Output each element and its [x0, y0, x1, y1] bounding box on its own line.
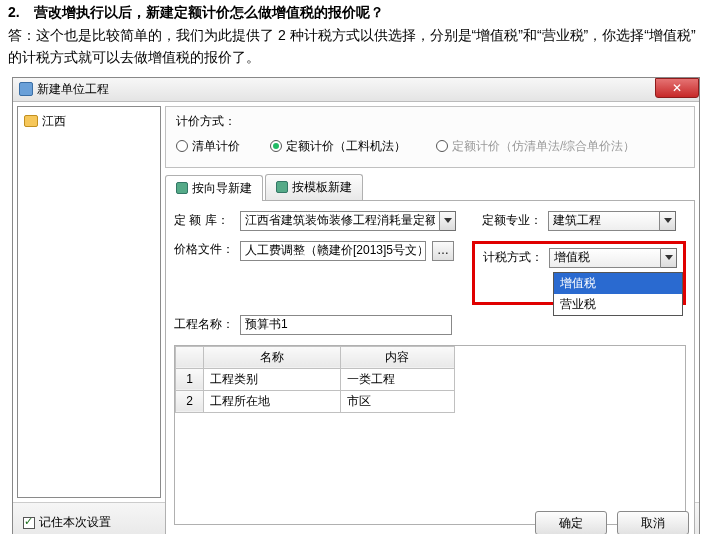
- proj-label: 工程名称：: [174, 316, 234, 333]
- radio-quota-alt-pricing: 定额计价（仿清单法/综合单价法）: [436, 138, 635, 155]
- col-content: 内容: [340, 346, 454, 368]
- radio-label: 定额计价（工料机法）: [286, 138, 406, 155]
- summary-table-wrap: 名称 内容 1 工程类别 一类工程 2 工程所在地 市区: [174, 345, 686, 525]
- tax-dropdown-list[interactable]: 增值税 营业税: [553, 272, 683, 316]
- tax-select[interactable]: [549, 248, 677, 268]
- tree-item-root[interactable]: 江西: [22, 111, 156, 132]
- remember-label: 记住本次设置: [39, 514, 111, 531]
- tax-input[interactable]: [549, 248, 661, 268]
- cell-name[interactable]: 工程类别: [204, 368, 341, 390]
- titlebar[interactable]: 新建单位工程 ✕: [13, 78, 699, 102]
- tab-label: 按向导新建: [192, 180, 252, 197]
- template-icon: [276, 181, 288, 193]
- tax-option-business[interactable]: 营业税: [554, 294, 682, 315]
- lib-input[interactable]: [240, 211, 440, 231]
- radio-label: 清单计价: [192, 138, 240, 155]
- cell-content[interactable]: 市区: [340, 390, 454, 412]
- radio-list-pricing[interactable]: 清单计价: [176, 138, 240, 155]
- answer-text: 答：这个也是比较简单的，我们为此提供了 2 种计税方式以供选择，分别是“增值税”…: [0, 24, 713, 77]
- app-icon: [19, 82, 33, 96]
- remember-checkbox[interactable]: [23, 517, 35, 529]
- spec-select[interactable]: [548, 211, 676, 231]
- main-pane: 计价方式： 清单计价 定额计价（工料机法） 定额计价（仿清单法/综合单价法）: [165, 106, 695, 498]
- folder-icon: [24, 115, 38, 127]
- table-row[interactable]: 1 工程类别 一类工程: [176, 368, 455, 390]
- tab-template[interactable]: 按模板新建: [265, 174, 363, 200]
- price-label: 价格文件：: [174, 241, 234, 258]
- pricing-mode-label: 计价方式：: [176, 114, 236, 128]
- dropdown-arrow-icon[interactable]: [660, 211, 676, 231]
- question-heading: 2. 营改增执行以后，新建定额计价怎么做增值税的报价呢？: [0, 0, 713, 24]
- tree-item-label: 江西: [42, 113, 66, 130]
- dropdown-arrow-icon[interactable]: [661, 248, 677, 268]
- corner-cell: [176, 346, 204, 368]
- tax-highlight: 计税方式： 增值税 营业税: [472, 241, 686, 305]
- tab-wizard[interactable]: 按向导新建: [165, 175, 263, 201]
- dialog-title: 新建单位工程: [37, 81, 109, 98]
- tax-option-vat[interactable]: 增值税: [554, 273, 682, 294]
- cell-content[interactable]: 一类工程: [340, 368, 454, 390]
- summary-table: 名称 内容 1 工程类别 一类工程 2 工程所在地 市区: [175, 346, 455, 413]
- form-area: 定 额 库： 定额专业： 价格文件： …: [165, 201, 695, 534]
- pricing-mode-group: 计价方式： 清单计价 定额计价（工料机法） 定额计价（仿清单法/综合单价法）: [165, 106, 695, 168]
- row-number: 1: [176, 368, 204, 390]
- tab-bar: 按向导新建 按模板新建: [165, 174, 695, 201]
- spec-label: 定额专业：: [482, 212, 542, 229]
- lib-label: 定 额 库：: [174, 212, 234, 229]
- tab-label: 按模板新建: [292, 179, 352, 196]
- ok-button[interactable]: 确定: [535, 511, 607, 534]
- table-header-row: 名称 内容: [176, 346, 455, 368]
- cancel-button[interactable]: 取消: [617, 511, 689, 534]
- lib-select[interactable]: [240, 211, 456, 231]
- radio-icon: [176, 140, 188, 152]
- radio-quota-pricing[interactable]: 定额计价（工料机法）: [270, 138, 406, 155]
- radio-icon: [270, 140, 282, 152]
- tree-pane[interactable]: 江西: [17, 106, 161, 498]
- tax-label: 计税方式：: [483, 249, 543, 266]
- proj-input[interactable]: [240, 315, 452, 335]
- price-input[interactable]: [240, 241, 426, 261]
- spec-input[interactable]: [548, 211, 660, 231]
- cell-name[interactable]: 工程所在地: [204, 390, 341, 412]
- radio-label: 定额计价（仿清单法/综合单价法）: [452, 138, 635, 155]
- dropdown-arrow-icon[interactable]: [440, 211, 456, 231]
- new-project-dialog: 新建单位工程 ✕ 江西 计价方式： 清单计价 定额计价（工料机法）: [12, 77, 700, 534]
- row-number: 2: [176, 390, 204, 412]
- wizard-icon: [176, 182, 188, 194]
- radio-icon: [436, 140, 448, 152]
- close-button[interactable]: ✕: [655, 78, 699, 98]
- browse-button[interactable]: …: [432, 241, 454, 261]
- col-name: 名称: [204, 346, 341, 368]
- table-row[interactable]: 2 工程所在地 市区: [176, 390, 455, 412]
